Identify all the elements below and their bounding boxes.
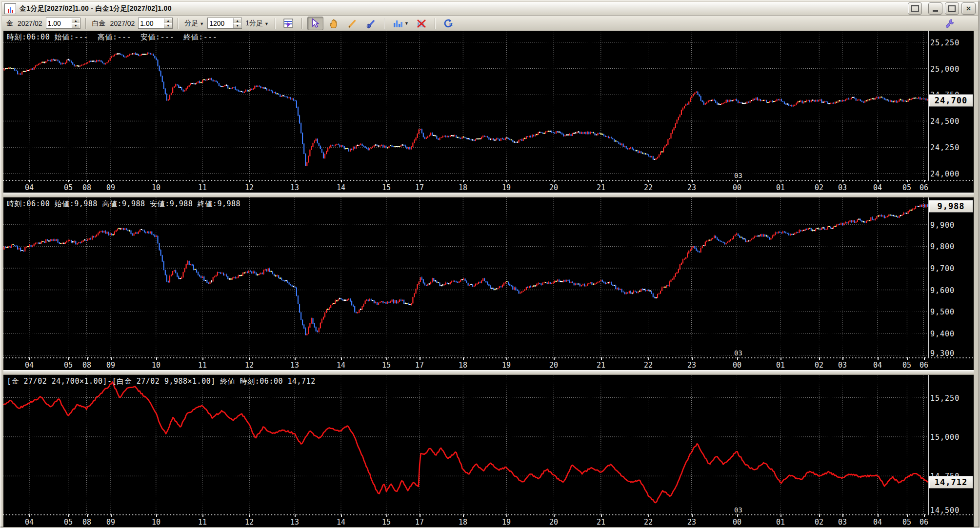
panel-divider[interactable] <box>3 193 974 197</box>
x-tick-label: 21 <box>597 183 605 192</box>
x-tick-label: 11 <box>198 183 207 192</box>
y-tick-label: 24,500 <box>930 117 960 126</box>
chart-settings-icon <box>283 18 294 29</box>
x-tick-mark <box>737 180 738 182</box>
spread-price-axis[interactable]: 15,25015,00014,75014,50014,712 <box>928 375 974 514</box>
spread-time-axis[interactable]: 0405080910111213141517181920212223000102… <box>3 514 974 527</box>
x-tick-label: 20 <box>549 183 558 192</box>
x-tick-label: 14 <box>337 361 345 370</box>
x-tick-label: 03 <box>838 518 847 527</box>
x-tick-mark <box>924 357 925 360</box>
x-tick-mark <box>648 514 649 517</box>
remove-indicators-button[interactable] <box>414 17 430 30</box>
x-tick-mark <box>341 514 342 517</box>
interval-dropdown[interactable]: 1分足▼ <box>244 19 270 28</box>
x-tick-mark <box>737 514 738 517</box>
indicators-button[interactable]: ▼ <box>390 17 411 30</box>
x-tick-label: 17 <box>415 183 424 192</box>
select-cursor-button[interactable] <box>307 17 323 30</box>
y-tick-label: 9,800 <box>930 242 955 251</box>
x-tick-label: 00 <box>733 183 741 192</box>
spread-chart-plot[interactable]: [金 27/02 24,700×1.00]-[白金 27/02 9,988×1.… <box>3 375 928 514</box>
x-tick-mark <box>842 514 843 517</box>
chart-settings-button[interactable] <box>280 17 297 30</box>
x-tick-label: 10 <box>152 361 160 370</box>
x-tick-label: 05 <box>902 518 911 527</box>
x-tick-mark <box>648 357 649 360</box>
x-tick-mark <box>907 180 908 182</box>
panel-divider[interactable] <box>3 370 974 375</box>
platinum-ratio-down-button[interactable]: ▼ <box>164 23 172 29</box>
x-tick-mark <box>68 357 69 360</box>
platinum-ratio-spinner: ▲▼ <box>138 18 173 29</box>
bar-type-dropdown[interactable]: 分足▼ <box>183 19 205 28</box>
chevron-down-icon: ▼ <box>404 21 409 26</box>
gold-ratio-up-button[interactable]: ▲ <box>72 18 80 23</box>
gold-ratio-down-button[interactable]: ▼ <box>72 23 80 29</box>
x-tick-mark <box>249 514 250 517</box>
svg-text:R: R <box>449 22 453 27</box>
pan-hand-button[interactable] <box>326 17 342 30</box>
gold-ratio-spinner: ▲▼ <box>46 18 80 29</box>
x-tick-label: 02 <box>815 361 823 370</box>
gold-chart-plot[interactable]: 時刻:06:00 始値:--- 高値:--- 安値:--- 終値:--- 03 <box>3 31 928 180</box>
x-tick-mark <box>842 357 843 360</box>
bar-count-down-button[interactable]: ▼ <box>233 23 241 29</box>
x-tick-label: 10 <box>152 183 160 192</box>
x-tick-mark <box>463 180 464 182</box>
x-tick-label: 13 <box>290 518 299 527</box>
platinum-price-axis[interactable]: 9,9009,8009,7009,6009,5009,4009,3009,988 <box>928 197 974 357</box>
toolbar-separator <box>178 18 179 29</box>
x-tick-label: 14 <box>337 518 345 527</box>
gold-label: 金 <box>5 19 14 28</box>
x-tick-mark <box>506 514 507 517</box>
float-window-button[interactable] <box>908 2 922 15</box>
x-tick-mark <box>68 180 69 182</box>
x-tick-label: 05 <box>64 518 73 527</box>
settings-wrench-button[interactable] <box>942 17 958 30</box>
x-tick-label: 05 <box>64 361 73 370</box>
x-tick-label: 09 <box>106 361 115 370</box>
x-tick-label: 02 <box>815 518 823 527</box>
x-tick-mark <box>692 357 693 360</box>
x-tick-mark <box>463 514 464 517</box>
draw-marker-button[interactable] <box>363 17 379 30</box>
gold-ratio-input[interactable] <box>46 18 72 28</box>
x-tick-mark <box>29 357 30 360</box>
platinum-time-axis[interactable]: 0405080910111213141517181920212223000102… <box>3 357 974 370</box>
minimize-button[interactable] <box>928 2 942 15</box>
x-tick-label: 15 <box>382 361 391 370</box>
x-tick-label: 06 <box>920 518 928 527</box>
platinum-ratio-input[interactable] <box>139 18 164 28</box>
close-button[interactable]: × <box>961 2 976 15</box>
platinum-info-line: 時刻:06:00 始値:9,988 高値:9,988 安値:9,988 終値:9… <box>7 199 240 209</box>
maximize-button[interactable] <box>945 2 959 15</box>
chevron-down-icon: ▼ <box>200 21 204 26</box>
toolbar-separator <box>275 18 276 29</box>
platinum-label: 白金 <box>91 19 107 28</box>
title-bar[interactable]: 金1分足[2027/02]1.00 - 白金1分足[2027/02]1.00 × <box>2 2 978 16</box>
x-tick-label: 18 <box>459 518 467 527</box>
draw-line-button[interactable] <box>344 17 360 30</box>
charts-area: 時刻:06:00 始値:--- 高値:--- 安値:--- 終値:--- 03 … <box>3 31 974 526</box>
gold-time-axis[interactable]: 0405080910111213141517181920212223000102… <box>3 180 974 193</box>
x-tick-label: 14 <box>337 183 345 192</box>
x-tick-mark <box>819 357 820 360</box>
reload-button[interactable]: R <box>440 17 457 30</box>
pan-hand-icon <box>328 18 339 29</box>
x-tick-label: 13 <box>290 183 299 192</box>
y-tick-label: 24,250 <box>930 143 960 152</box>
x-tick-label: 09 <box>106 183 115 192</box>
platinum-chart-plot[interactable]: 時刻:06:00 始値:9,988 高値:9,988 安値:9,988 終値:9… <box>3 197 928 357</box>
bar-count-up-button[interactable]: ▲ <box>233 18 241 23</box>
x-tick-label: 05 <box>64 183 73 192</box>
x-tick-label: 15 <box>382 183 391 192</box>
x-tick-label: 08 <box>82 361 91 370</box>
toolbar-separator <box>384 18 385 29</box>
x-tick-label: 04 <box>25 518 34 527</box>
gold-price-axis[interactable]: 25,25025,00024,75024,50024,25024,00024,7… <box>928 31 974 180</box>
maximize-icon <box>948 5 956 12</box>
x-tick-mark <box>878 180 879 182</box>
bar-count-input[interactable] <box>208 18 233 28</box>
platinum-ratio-up-button[interactable]: ▲ <box>164 18 172 23</box>
